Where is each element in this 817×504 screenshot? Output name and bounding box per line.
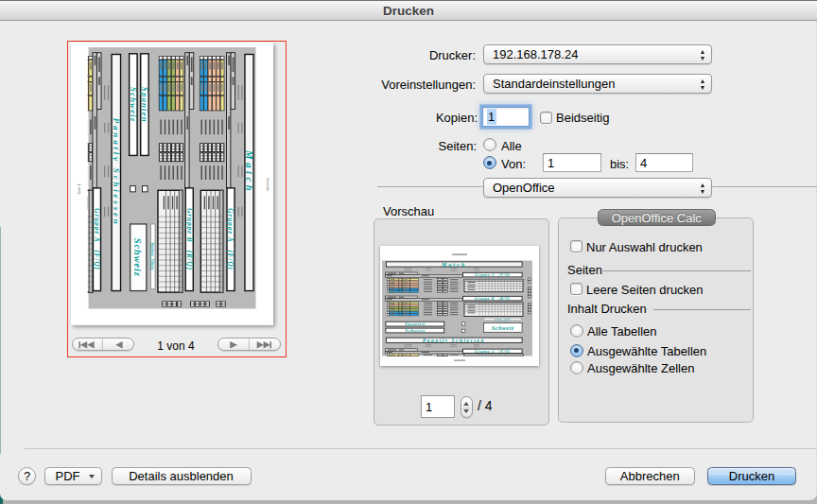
svg-text:Seite 1: Seite 1 [78,184,81,195]
svg-text:Vorrunde: Vorrunde [265,178,269,191]
